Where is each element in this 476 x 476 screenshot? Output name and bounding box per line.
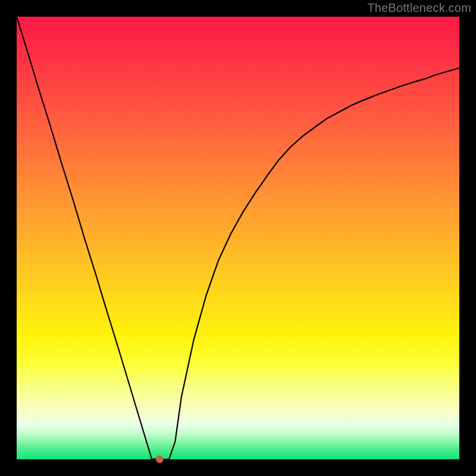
watermark-text: TheBottleneck.com (367, 1, 471, 15)
plot-gradient-area (17, 17, 459, 459)
curve-svg (17, 17, 459, 459)
minimum-marker (156, 456, 163, 463)
bottleneck-curve (17, 17, 459, 459)
chart-frame: TheBottleneck.com (0, 0, 476, 476)
